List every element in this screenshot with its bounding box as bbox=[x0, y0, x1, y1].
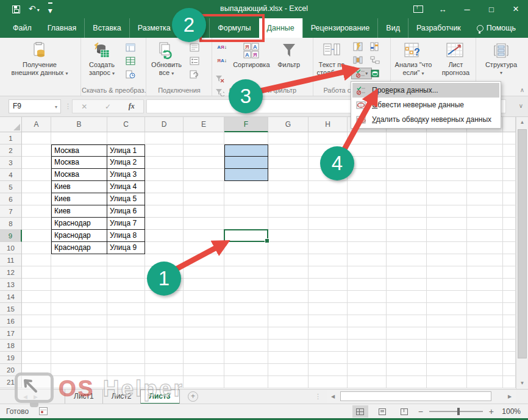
grid-cell[interactable] bbox=[224, 144, 268, 157]
row-header-7[interactable]: 7 bbox=[0, 205, 22, 218]
vertical-scrollbar[interactable]: ▲ ▼ bbox=[516, 117, 528, 389]
grid-cell[interactable] bbox=[145, 266, 184, 279]
row-header-5[interactable]: 5 bbox=[0, 181, 22, 193]
manage-data-model-button[interactable] bbox=[368, 68, 382, 79]
cancel-icon[interactable]: ✕ bbox=[81, 102, 87, 111]
cell-B8[interactable]: Краснодар bbox=[51, 218, 107, 230]
row-header-2[interactable]: 2 bbox=[0, 144, 22, 157]
maximize-button[interactable]: □ bbox=[479, 0, 504, 18]
remove-duplicates-button[interactable] bbox=[368, 41, 382, 52]
grid-cell[interactable] bbox=[427, 266, 467, 279]
grid-cell[interactable] bbox=[22, 266, 51, 279]
grid-cell[interactable] bbox=[184, 230, 224, 242]
grid-cell[interactable] bbox=[503, 181, 516, 193]
grid-cell[interactable] bbox=[107, 364, 145, 376]
grid-cell[interactable] bbox=[224, 266, 268, 279]
grid-cell[interactable] bbox=[224, 157, 268, 169]
refresh-all-button[interactable]: Обновить все ▾ bbox=[147, 38, 186, 77]
what-if-analysis-button[interactable]: ? Анализ "что если" ▾ bbox=[391, 38, 435, 77]
outline-button[interactable]: Структура ▾ bbox=[477, 38, 526, 77]
cell-C9[interactable]: Улица 8 bbox=[107, 230, 145, 242]
grid-cell[interactable] bbox=[467, 266, 503, 279]
row-header-10[interactable]: 10 bbox=[0, 242, 22, 254]
grid-cell[interactable] bbox=[348, 193, 387, 205]
clear-filter-button[interactable] bbox=[213, 73, 226, 84]
grid-cell[interactable] bbox=[22, 169, 51, 181]
grid-cell[interactable] bbox=[268, 352, 309, 364]
grid-cell[interactable] bbox=[184, 327, 224, 340]
grid-cell[interactable] bbox=[427, 230, 467, 242]
grid-cell[interactable] bbox=[107, 132, 145, 144]
row-header-4[interactable]: 4 bbox=[0, 169, 22, 181]
grid-cell[interactable] bbox=[145, 157, 184, 169]
tab-review[interactable]: Рецензирование bbox=[302, 18, 378, 38]
grid-cell[interactable] bbox=[184, 376, 224, 388]
vertical-scroll-thumb[interactable] bbox=[518, 129, 527, 358]
grid-cell[interactable] bbox=[387, 303, 427, 315]
grid-cell[interactable] bbox=[427, 352, 467, 364]
grid-cell[interactable] bbox=[309, 169, 348, 181]
grid-cell[interactable] bbox=[224, 181, 268, 193]
cell-B7[interactable]: Киев bbox=[51, 205, 107, 218]
row-header-14[interactable]: 14 bbox=[0, 291, 22, 303]
grid-cell[interactable] bbox=[387, 376, 427, 388]
name-box-caret-icon[interactable]: ▾ bbox=[55, 104, 57, 110]
grid-cell[interactable] bbox=[309, 230, 348, 242]
cell-C7[interactable]: Улица 6 bbox=[107, 205, 145, 218]
grid-cell[interactable] bbox=[224, 352, 268, 364]
cell-C5[interactable]: Улица 4 bbox=[107, 181, 145, 193]
grid-cell[interactable] bbox=[503, 352, 516, 364]
grid-cell[interactable] bbox=[348, 205, 387, 218]
grid-cell[interactable] bbox=[427, 291, 467, 303]
grid-cell[interactable] bbox=[427, 254, 467, 266]
connections-button[interactable] bbox=[188, 41, 201, 53]
grid-cell[interactable] bbox=[51, 364, 107, 376]
grid-cell[interactable] bbox=[224, 340, 268, 352]
grid-cell[interactable] bbox=[503, 266, 516, 279]
cell-B9[interactable]: Краснодар bbox=[51, 230, 107, 242]
tab-page-layout[interactable]: Разметка страниц bbox=[129, 18, 209, 38]
grid-cell[interactable] bbox=[184, 303, 224, 315]
grid-cell[interactable] bbox=[467, 181, 503, 193]
grid-cell[interactable] bbox=[387, 266, 427, 279]
scroll-down-icon[interactable]: ▼ bbox=[516, 378, 528, 389]
grid-cell[interactable] bbox=[51, 303, 107, 315]
menu-item-circle-invalid-data[interactable]: Обвести неверные данные bbox=[352, 98, 499, 112]
grid-cell[interactable] bbox=[184, 218, 224, 230]
column-header-partial[interactable] bbox=[503, 117, 516, 132]
grid-cell[interactable] bbox=[309, 327, 348, 340]
grid-cell[interactable] bbox=[348, 376, 387, 388]
grid-cell[interactable] bbox=[467, 254, 503, 266]
grid-cell[interactable] bbox=[427, 340, 467, 352]
grid-cell[interactable] bbox=[427, 376, 467, 388]
grid-cell[interactable] bbox=[309, 132, 348, 144]
grid-cell[interactable] bbox=[427, 205, 467, 218]
grid-cell[interactable] bbox=[503, 218, 516, 230]
scroll-up-icon[interactable]: ▲ bbox=[516, 117, 528, 128]
grid-cell[interactable] bbox=[145, 242, 184, 254]
grid-cell[interactable] bbox=[107, 254, 145, 266]
grid-cell[interactable] bbox=[145, 303, 184, 315]
grid-cell[interactable] bbox=[22, 157, 51, 169]
grid-cell[interactable] bbox=[348, 157, 387, 169]
from-table-button[interactable] bbox=[124, 55, 137, 66]
grid-cell[interactable] bbox=[387, 340, 427, 352]
row-header-15[interactable]: 15 bbox=[0, 303, 22, 315]
column-header-F[interactable]: F bbox=[224, 117, 268, 132]
grid-cell[interactable] bbox=[387, 193, 427, 205]
grid-cell[interactable] bbox=[22, 340, 51, 352]
grid-cell[interactable] bbox=[145, 181, 184, 193]
grid-cell[interactable] bbox=[309, 266, 348, 279]
close-button[interactable]: × bbox=[504, 0, 528, 18]
grid-cell[interactable] bbox=[224, 205, 268, 218]
grid-cell[interactable] bbox=[387, 157, 427, 169]
grid-cell[interactable] bbox=[22, 315, 51, 327]
grid-cell[interactable] bbox=[427, 279, 467, 291]
splitter-icon[interactable]: ⋮ bbox=[65, 102, 71, 110]
grid-cell[interactable] bbox=[467, 132, 503, 144]
grid-cell[interactable] bbox=[184, 242, 224, 254]
column-header-A[interactable]: A bbox=[22, 117, 51, 132]
grid-cell[interactable] bbox=[224, 242, 268, 254]
zoom-in-button[interactable]: + bbox=[489, 407, 494, 416]
relationships-button[interactable] bbox=[368, 54, 382, 66]
